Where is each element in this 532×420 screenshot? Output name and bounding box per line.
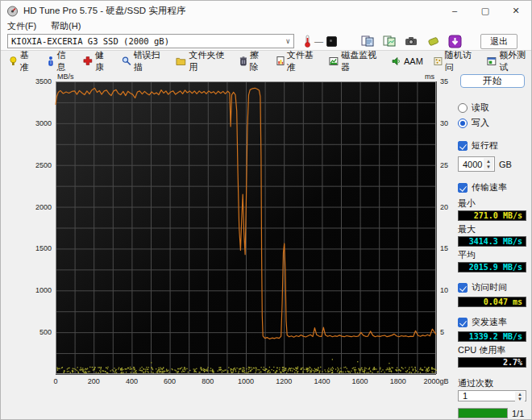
- svg-text:30: 30: [440, 119, 448, 127]
- burst-rate-label: 突发速率: [472, 316, 507, 328]
- tab-bar: 基准 i 信息 健康 错误扫描 文件夹使用 擦除 文件基准 磁盘监视器: [1, 52, 531, 70]
- info-icon: i: [47, 56, 55, 67]
- side-panel: 开始 读取 写入 短行程 4000 ▲▼ GB 传输速率 最小 271.: [455, 72, 530, 416]
- short-stroke-size-input[interactable]: 4000 ▲▼: [458, 156, 495, 172]
- tab-aam[interactable]: AAM: [392, 56, 423, 66]
- tab-info[interactable]: i 信息: [47, 49, 73, 73]
- temperature-indicator: —: [304, 35, 337, 48]
- burst-rate-checkbox[interactable]: [458, 318, 468, 327]
- transfer-rate-checkbox[interactable]: [458, 183, 468, 193]
- minimize-button[interactable]: –: [439, 1, 470, 20]
- thermometer-icon: [304, 35, 311, 48]
- progress-label: 1/1: [512, 409, 524, 418]
- tab-disk-monitor[interactable]: 磁盘监视器: [329, 49, 381, 73]
- write-radio[interactable]: [458, 119, 468, 128]
- start-button[interactable]: 开始: [460, 74, 525, 88]
- benchmark-chart: MB/sms3500300025002000150010005003530252…: [7, 72, 451, 388]
- max-value: 3414.3 MB/s: [458, 236, 526, 247]
- short-stroke-unit: GB: [499, 160, 512, 169]
- maximize-button[interactable]: ▢: [470, 1, 501, 20]
- spinner-arrows[interactable]: ▲▼: [515, 392, 525, 400]
- menu-help[interactable]: 帮助(H): [51, 20, 81, 32]
- burst-rate-row[interactable]: 突发速率: [458, 316, 526, 328]
- app-icon: [6, 5, 19, 17]
- health-cross-icon: [83, 56, 93, 66]
- write-radio-row[interactable]: 写入: [458, 117, 526, 129]
- svg-text:2000: 2000: [35, 203, 52, 211]
- access-time-row[interactable]: 访问时间: [458, 281, 526, 293]
- svg-text:20: 20: [440, 203, 448, 211]
- tab-extra-tests[interactable]: 额外测试: [487, 49, 531, 73]
- toolbar-buttons: [360, 34, 463, 48]
- tab-health[interactable]: 健康: [83, 49, 111, 73]
- svg-text:1000: 1000: [35, 286, 52, 294]
- spinner-arrows[interactable]: ▲▼: [484, 158, 493, 170]
- tab-benchmark[interactable]: 基准: [9, 49, 36, 73]
- short-stroke-size-row: 4000 ▲▼ GB: [458, 156, 526, 172]
- menu-file[interactable]: 文件(F): [7, 20, 36, 32]
- transfer-rate-row[interactable]: 传输速率: [458, 181, 526, 193]
- pass-count-label: 通过次数: [458, 377, 526, 389]
- download-arrow-icon: [448, 35, 462, 48]
- tab-file-benchmark[interactable]: 文件基准: [276, 49, 319, 73]
- svg-text:ms: ms: [425, 73, 434, 81]
- app-window: HD Tune Pro 5.75 - 硬盘/SSD 实用程序 – ▢ ✕ 文件(…: [0, 0, 532, 420]
- screenshot-button[interactable]: [403, 34, 419, 48]
- short-stroke-label: 短行程: [472, 139, 498, 152]
- tab-erase[interactable]: 擦除: [239, 49, 266, 73]
- tab-error-scan[interactable]: 错误扫描: [122, 49, 166, 73]
- title-bar: HD Tune Pro 5.75 - 硬盘/SSD 实用程序 – ▢ ✕: [1, 1, 531, 20]
- read-radio-label: 读取: [472, 102, 489, 114]
- avg-label: 平均: [458, 249, 526, 261]
- access-time-label: 访问时间: [472, 281, 507, 293]
- svg-text:MB/s: MB/s: [57, 73, 74, 81]
- read-radio[interactable]: [458, 103, 468, 113]
- drive-select[interactable]: KIOXIA-EXCERIA G3 SSD (2000 gB) ∨: [7, 34, 294, 48]
- copy-pages-button[interactable]: [360, 34, 376, 48]
- download-button[interactable]: [447, 34, 463, 48]
- save-button[interactable]: [425, 34, 441, 48]
- tab-folder-usage-label: 文件夹使用: [189, 49, 229, 73]
- svg-text:i: i: [50, 60, 51, 65]
- drive-select-value: KIOXIA-EXCERIA G3 SSD (2000 gB): [11, 36, 169, 46]
- short-stroke-row[interactable]: 短行程: [458, 139, 526, 152]
- svg-text:500: 500: [39, 328, 52, 336]
- svg-text:1400: 1400: [314, 377, 330, 385]
- short-stroke-checkbox[interactable]: [458, 141, 468, 151]
- temperature-display: [326, 36, 337, 47]
- tab-disk-monitor-label: 磁盘监视器: [341, 49, 381, 73]
- svg-text:400: 400: [126, 377, 138, 385]
- tab-health-label: 健康: [95, 49, 111, 73]
- cpu-value: 2.7%: [458, 357, 526, 368]
- tab-extra-tests-label: 额外测试: [499, 49, 531, 73]
- close-button[interactable]: ✕: [501, 1, 531, 20]
- tab-folder-usage[interactable]: 文件夹使用: [176, 49, 228, 73]
- tab-random-access-label: 随机访问: [445, 49, 477, 73]
- camera-icon: [405, 36, 418, 46]
- max-label: 最大: [458, 223, 526, 235]
- copy-image-button[interactable]: [381, 34, 397, 48]
- save-icon: [427, 35, 439, 47]
- svg-text:3000: 3000: [35, 119, 52, 127]
- trash-icon: [239, 56, 247, 66]
- tab-erase-label: 擦除: [250, 49, 266, 73]
- svg-text:200: 200: [88, 377, 100, 385]
- avg-value: 2015.9 MB/s: [458, 262, 526, 272]
- extra-window-icon: [487, 56, 497, 66]
- read-radio-row[interactable]: 读取: [458, 102, 526, 114]
- short-stroke-size-value: 4000: [463, 160, 482, 169]
- exit-button[interactable]: 退出: [480, 34, 517, 49]
- temperature-value: —: [314, 36, 323, 46]
- svg-text:15: 15: [440, 244, 448, 252]
- monitor-chart-icon: [329, 56, 339, 66]
- pass-count-input[interactable]: 1 ▲▼: [458, 390, 526, 401]
- tab-random-access[interactable]: 随机访问: [434, 49, 477, 73]
- svg-text:1600: 1600: [352, 377, 368, 385]
- bulb-icon: [9, 56, 18, 67]
- access-time-checkbox[interactable]: [458, 283, 468, 293]
- svg-text:5: 5: [440, 328, 444, 336]
- svg-text:0: 0: [53, 377, 57, 385]
- magnifier-icon: [122, 56, 131, 66]
- svg-text:25: 25: [440, 161, 448, 169]
- access-time-value: 0.047 ms: [458, 297, 526, 307]
